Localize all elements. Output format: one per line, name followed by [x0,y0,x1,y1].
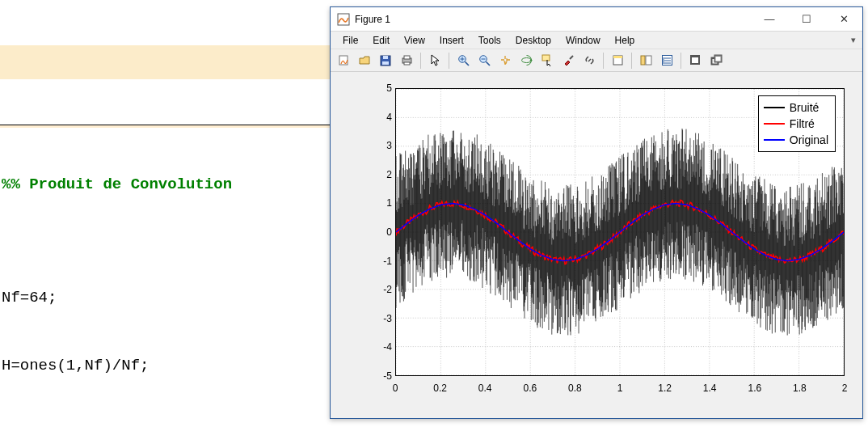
x-tick-label: 0.6 [523,383,537,394]
figure-window: Figure 1 — ☐ ✕ File Edit View Insert Too… [330,6,863,419]
x-tick-label: 0.2 [433,383,447,394]
legend-label: Filtré [790,117,815,130]
save-icon[interactable] [376,52,395,70]
menu-overflow-icon[interactable]: ▾ [851,35,862,45]
section-header: %% Produit de Convolution [0,173,330,196]
legend[interactable]: Bruité Filtré Original [758,95,836,152]
code-line: Nf=64; [0,286,330,309]
svg-line-18 [570,56,573,59]
svg-rect-22 [646,56,651,65]
svg-line-9 [465,62,469,66]
insert-legend-icon[interactable] [636,52,655,70]
grid-icon[interactable] [657,52,676,70]
toolbar-separator [680,53,681,69]
svg-rect-20 [613,56,622,58]
menu-file[interactable]: File [335,32,365,49]
axes-container: Bruité Filtré Original -5-4-3-2-10123450… [366,85,851,394]
svg-line-13 [486,62,490,66]
legend-entry: Filtré [764,116,828,132]
legend-label: Bruité [790,101,820,114]
zoom-out-icon[interactable] [474,52,494,70]
insert-colorbar-icon[interactable] [608,52,627,70]
menu-window[interactable]: Window [558,32,608,49]
rotate3d-icon[interactable] [516,52,536,70]
menubar: File Edit View Insert Tools Desktop Wind… [331,32,862,49]
x-tick-label: 0 [393,383,398,394]
figure-toolbar [331,49,862,72]
code-line: H=ones(1,Nf)/Nf; [0,354,330,377]
svg-rect-6 [404,56,410,59]
titlebar[interactable]: Figure 1 — ☐ ✕ [331,7,862,32]
legend-entry: Original [764,132,828,148]
svg-rect-7 [404,62,410,65]
y-tick-label: 4 [368,112,392,123]
toolbar-separator [631,53,632,69]
maximize-button[interactable]: ☐ [788,7,825,32]
x-tick-label: 1.6 [748,383,761,394]
menu-desktop[interactable]: Desktop [508,32,558,49]
matlab-figure-icon [337,13,350,26]
svg-rect-17 [542,55,550,61]
x-tick-label: 0.4 [478,383,492,394]
y-tick-label: -1 [368,256,392,267]
menu-edit[interactable]: Edit [365,32,397,49]
y-tick-label: 2 [368,169,392,180]
zoom-in-icon[interactable] [453,52,473,70]
svg-marker-16 [529,59,533,61]
brush-icon[interactable] [558,52,578,70]
code-line: y_n=zeros(1,N); [0,422,330,427]
editor-banner [0,45,330,79]
data-cursor-icon[interactable] [537,52,557,70]
x-tick-label: 2 [842,383,848,394]
svg-rect-4 [382,61,389,65]
toolbar-separator [449,53,449,69]
y-tick-label: 0 [368,226,392,238]
x-tick-label: 1.8 [793,383,807,394]
matlab-editor: %% Produit de Convolution Nf=64; H=ones(… [0,0,330,427]
new-figure-icon[interactable] [334,52,353,70]
y-tick-label: -2 [368,284,392,295]
toolbar-separator [420,53,421,69]
toolbar-separator [603,53,604,69]
pointer-icon[interactable] [425,52,445,70]
link-icon[interactable] [579,52,599,70]
svg-rect-29 [692,57,698,63]
y-tick-label: -4 [368,341,392,353]
y-tick-label: -3 [368,313,392,324]
dock-icon[interactable] [685,52,705,70]
menu-view[interactable]: View [397,32,432,49]
editor-hr [0,125,330,128]
svg-rect-3 [383,56,388,59]
y-tick-label: -5 [368,370,392,382]
print-icon[interactable] [397,52,416,70]
y-tick-label: 5 [368,82,392,94]
window-title: Figure 1 [355,14,390,25]
plot-area: Bruité Filtré Original -5-4-3-2-10123450… [331,72,862,418]
undock-icon[interactable] [706,52,726,70]
menu-insert[interactable]: Insert [432,32,471,49]
svg-rect-33 [715,57,720,61]
x-tick-label: 1.4 [703,383,717,394]
pan-icon[interactable] [495,52,515,70]
x-tick-label: 1 [617,383,623,394]
minimize-button[interactable]: — [751,7,788,32]
x-tick-label: 1.2 [658,383,672,394]
x-tick-label: 0.8 [568,383,582,394]
menu-tools[interactable]: Tools [471,32,508,49]
close-button[interactable]: ✕ [825,7,862,32]
axes[interactable]: Bruité Filtré Original [395,88,845,376]
open-icon[interactable] [355,52,374,70]
menu-help[interactable]: Help [608,32,643,49]
svg-rect-21 [641,56,645,65]
y-tick-label: 1 [368,197,392,209]
y-tick-label: 3 [368,140,392,151]
legend-label: Original [790,133,828,146]
legend-entry: Bruité [764,99,828,116]
